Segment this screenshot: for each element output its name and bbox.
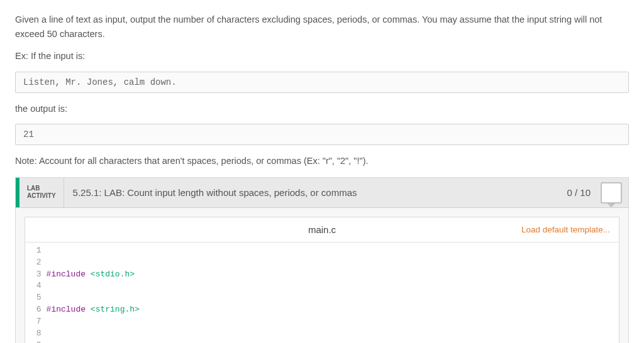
file-tab[interactable]: main.c bbox=[296, 220, 348, 239]
lab-activity-label: LAB ACTIVITY bbox=[19, 178, 64, 207]
line-number: 5 bbox=[31, 292, 42, 304]
lab-activity-line2: ACTIVITY bbox=[27, 192, 56, 200]
lab-activity-panel: LAB ACTIVITY 5.25.1: LAB: Count input le… bbox=[15, 177, 629, 343]
lab-title: 5.25.1: LAB: Count input length without … bbox=[64, 178, 560, 207]
lab-badge-icon bbox=[601, 182, 622, 204]
line-number: 6 bbox=[31, 304, 42, 316]
code-line[interactable]: #include <string.h> bbox=[47, 304, 619, 316]
problem-note: Note: Account for all characters that ar… bbox=[15, 154, 629, 168]
line-number: 4 bbox=[31, 280, 42, 292]
code-editor[interactable]: main.c Load default template... 1 2 3 4 … bbox=[25, 217, 619, 343]
line-gutter: 1 2 3 4 5 6 7 8 9 10 bbox=[25, 245, 47, 343]
lab-score: 0 / 10 bbox=[559, 178, 598, 207]
example-input-label: Ex: If the input is: bbox=[15, 49, 629, 63]
example-output-box: 21 bbox=[15, 124, 629, 145]
line-number: 9 bbox=[31, 340, 42, 343]
line-number: 2 bbox=[31, 257, 42, 269]
code-line[interactable] bbox=[47, 340, 619, 343]
lab-activity-line1: LAB bbox=[27, 185, 56, 192]
example-output-label: the output is: bbox=[15, 102, 629, 116]
load-default-template-link[interactable]: Load default template... bbox=[521, 225, 619, 234]
problem-description: Given a line of text as input, output th… bbox=[15, 13, 629, 41]
editor-tabbar: main.c Load default template... bbox=[25, 217, 619, 242]
line-number: 3 bbox=[31, 269, 42, 281]
example-input-box: Listen, Mr. Jones, calm down. bbox=[15, 72, 629, 93]
code-area[interactable]: 1 2 3 4 5 6 7 8 9 10 #include <stdio.h> … bbox=[25, 242, 619, 343]
line-number: 1 bbox=[31, 245, 42, 257]
lab-header: LAB ACTIVITY 5.25.1: LAB: Count input le… bbox=[16, 178, 628, 208]
line-number: 8 bbox=[31, 328, 42, 340]
line-number: 7 bbox=[31, 316, 42, 328]
code-lines[interactable]: #include <stdio.h> #include <string.h> i… bbox=[47, 245, 619, 343]
code-line[interactable]: #include <stdio.h> bbox=[47, 269, 619, 281]
